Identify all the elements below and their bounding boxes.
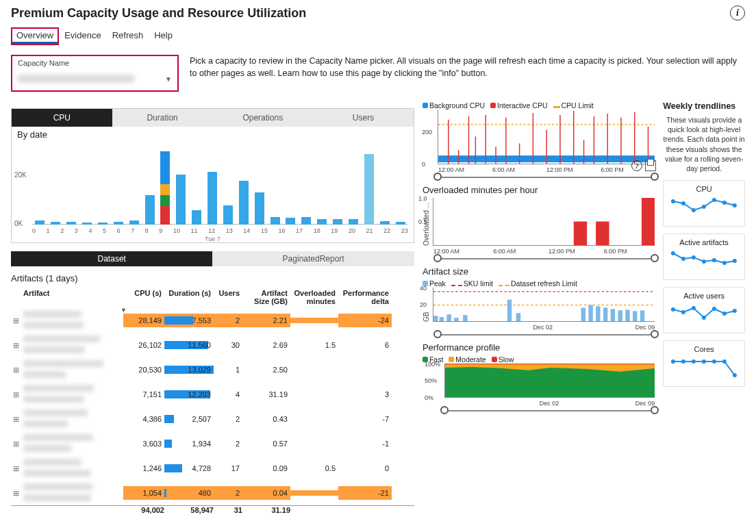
th-cpu[interactable]: CPU (s) bbox=[123, 286, 164, 308]
spark-active-users[interactable]: Active users bbox=[663, 287, 745, 333]
y-tick-0k: 0K bbox=[14, 220, 23, 227]
th-artifact[interactable]: Artifact bbox=[21, 286, 123, 308]
help-icon[interactable]: ? bbox=[631, 160, 642, 171]
tab-help[interactable]: Help bbox=[149, 27, 178, 45]
svg-point-53 bbox=[712, 258, 716, 262]
svg-rect-37 bbox=[618, 310, 622, 321]
svg-point-47 bbox=[722, 201, 727, 205]
cpu-utilization-card: Background CPU Interactive CPU CPU Limit… bbox=[423, 101, 655, 178]
expand-icon[interactable]: ⊞ bbox=[11, 415, 21, 424]
tab-overview[interactable]: Overview bbox=[11, 27, 59, 45]
svg-point-59 bbox=[702, 316, 706, 320]
table-row[interactable]: ⊞7,15112,203431.193 bbox=[11, 382, 414, 407]
subtab-paginated[interactable]: PaginatedReport bbox=[212, 251, 414, 266]
expand-icon[interactable]: ⊞ bbox=[11, 316, 21, 325]
instruction-text: Pick a capacity to review in the Capacit… bbox=[190, 55, 745, 79]
svg-point-48 bbox=[733, 203, 737, 207]
expand-icon[interactable]: ⊞ bbox=[11, 440, 21, 448]
svg-point-67 bbox=[712, 359, 716, 364]
svg-point-56 bbox=[671, 307, 675, 312]
svg-rect-35 bbox=[603, 307, 607, 321]
svg-point-61 bbox=[722, 312, 727, 316]
svg-point-54 bbox=[722, 261, 727, 265]
weekly-desc: These visuals provide a quick look at hi… bbox=[663, 115, 745, 173]
artifact-size-chart[interactable]: 40 20 bbox=[433, 288, 655, 322]
table-row[interactable]: ⊞1,05448020.04-21 bbox=[11, 481, 414, 505]
svg-point-55 bbox=[733, 259, 737, 263]
svg-point-44 bbox=[692, 208, 696, 212]
svg-rect-29 bbox=[463, 315, 467, 321]
expand-icon[interactable]: ⊞ bbox=[11, 341, 21, 350]
svg-point-51 bbox=[692, 255, 696, 259]
metric-tabs: CPU Duration Operations Users bbox=[12, 109, 414, 127]
svg-point-66 bbox=[702, 359, 706, 364]
svg-rect-25 bbox=[433, 316, 438, 321]
artifact-size-title: Artifact size bbox=[423, 266, 655, 277]
cpu-utilization-chart[interactable]: 200 0 bbox=[438, 110, 655, 164]
bydate-chart[interactable]: 20K 0K 012345678910111213141516171819202… bbox=[12, 140, 414, 242]
spark-cores[interactable]: Cores bbox=[663, 340, 745, 387]
spark-active-artifacts[interactable]: Active artifacts bbox=[663, 233, 745, 280]
table-row[interactable]: ⊞3,6031,93420.57-1 bbox=[11, 431, 414, 456]
expand-icon[interactable]: ⊞ bbox=[11, 390, 21, 399]
svg-point-45 bbox=[702, 205, 706, 209]
subtab-dataset[interactable]: Dataset bbox=[11, 251, 212, 266]
legend-int-cpu: Interactive CPU bbox=[497, 101, 548, 110]
perf-slider[interactable] bbox=[444, 410, 655, 411]
tab-overview-label: Overview bbox=[16, 30, 53, 40]
artifact-type-tabs: Dataset PaginatedReport bbox=[11, 251, 414, 266]
cpu-time-slider[interactable]: ? bbox=[438, 177, 655, 178]
svg-point-58 bbox=[692, 306, 696, 310]
bydate-title: By date bbox=[12, 127, 414, 140]
table-row[interactable]: ⊞26,10211,560302.691.56 bbox=[11, 333, 414, 357]
perf-profile-card: Performance profile Fast Moderate Slow 1… bbox=[423, 342, 655, 411]
metric-tab-operations[interactable]: Operations bbox=[212, 109, 313, 127]
artifacts-title: Artifacts (1 days) bbox=[11, 273, 414, 283]
artifact-size-slider[interactable] bbox=[438, 334, 655, 335]
th-users[interactable]: Users bbox=[214, 286, 242, 308]
spark-cpu[interactable]: CPU bbox=[663, 180, 745, 227]
svg-rect-28 bbox=[454, 318, 458, 321]
table-row[interactable]: ⊞4,3862,50720.43-7 bbox=[11, 407, 414, 431]
svg-rect-20 bbox=[574, 222, 587, 246]
perf-chart[interactable]: 100% 50% 0% Dec 02 Dec 09 bbox=[444, 364, 655, 398]
svg-point-49 bbox=[671, 251, 675, 255]
info-icon[interactable]: i bbox=[730, 5, 745, 21]
chevron-down-icon: ▼ bbox=[165, 75, 172, 83]
expand-icon[interactable]: ⊞ bbox=[11, 366, 21, 375]
svg-rect-31 bbox=[516, 313, 520, 321]
overloaded-chart[interactable]: 1.0 0.5 12:00 AM 6:00 AM 12:00 PM 6:00 P… bbox=[433, 198, 655, 246]
th-duration[interactable]: Duration (s) bbox=[164, 286, 214, 308]
metric-tab-users[interactable]: Users bbox=[313, 109, 414, 127]
y-tick-20k: 20K bbox=[14, 171, 27, 179]
svg-rect-38 bbox=[625, 309, 629, 321]
th-size[interactable]: Artifact Size (GB) bbox=[242, 286, 290, 308]
total-cpu: 94,002 bbox=[123, 506, 164, 514]
x-axis-caption: Tue 7 bbox=[12, 236, 414, 242]
legend-refresh: Dataset refresh Limit bbox=[511, 279, 577, 288]
tab-evidence[interactable]: Evidence bbox=[59, 27, 106, 45]
metric-tab-cpu[interactable]: CPU bbox=[12, 109, 112, 127]
capacity-name-dropdown[interactable]: ▼ bbox=[18, 71, 172, 86]
svg-point-68 bbox=[722, 359, 727, 364]
table-row[interactable]: ⊞20,53013,02912.50 bbox=[11, 357, 414, 382]
tab-refresh[interactable]: Refresh bbox=[107, 27, 149, 45]
capacity-name-filter[interactable]: Capacity Name ▼ bbox=[11, 55, 179, 92]
overloaded-slider[interactable] bbox=[438, 258, 655, 259]
expand-icon[interactable]: ⊞ bbox=[11, 464, 21, 473]
legend-slow: Slow bbox=[499, 355, 514, 364]
th-perfdelta[interactable]: Performance delta bbox=[338, 286, 392, 308]
copy-icon[interactable] bbox=[645, 160, 656, 171]
th-overloaded[interactable]: Overloaded minutes bbox=[290, 286, 338, 308]
overloaded-card: Overloaded minutes per hour Overloaded .… bbox=[423, 185, 655, 259]
legend-bg-cpu: Background CPU bbox=[429, 101, 485, 110]
svg-rect-32 bbox=[581, 307, 585, 321]
table-row[interactable]: ⊞28,1497,55322.21-24 bbox=[11, 308, 414, 333]
expand-icon[interactable]: ⊞ bbox=[11, 489, 21, 498]
svg-point-57 bbox=[681, 310, 685, 314]
legend-peak: Peak bbox=[429, 279, 446, 288]
table-row[interactable]: ⊞1,2464,728170.090.50 bbox=[11, 456, 414, 481]
artifact-size-card: Artifact size Peak SKU limit Dataset ref… bbox=[423, 266, 655, 335]
metric-tab-duration[interactable]: Duration bbox=[112, 109, 213, 127]
svg-rect-36 bbox=[611, 309, 615, 321]
